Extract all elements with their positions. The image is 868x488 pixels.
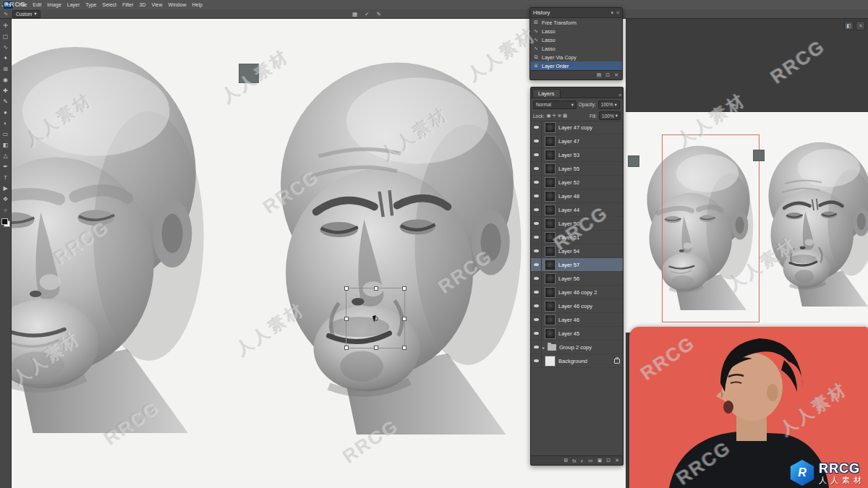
transform-handle[interactable] [344, 317, 349, 321]
grid-icon[interactable]: ▦ [352, 11, 357, 17]
history-state[interactable]: ∿ Lasso [530, 27, 622, 35]
history-state[interactable]: ∿ Lasso [530, 44, 622, 53]
menu-window[interactable]: Window [169, 2, 187, 7]
layer-row[interactable]: Layer 54 [531, 244, 623, 258]
layer-row[interactable]: Layer 48 [531, 189, 623, 203]
tool-pen[interactable]: ✒ [1, 162, 10, 171]
tool-clone-stamp[interactable]: ● [1, 108, 10, 117]
check-icon[interactable]: ✓ [365, 11, 369, 17]
tool-magic-wand[interactable]: ✦ [1, 53, 10, 63]
menu-edit[interactable]: Edit [33, 2, 41, 7]
visibility-toggle[interactable] [531, 176, 542, 189]
layer-mask-icon[interactable]: ▭ [588, 458, 593, 463]
color-swatches[interactable] [1, 218, 10, 227]
link-layers-icon[interactable]: ⊞ [563, 458, 568, 463]
visibility-toggle[interactable] [531, 244, 542, 257]
menu-file[interactable]: File [19, 2, 27, 7]
transform-handle[interactable] [402, 317, 407, 321]
visibility-toggle[interactable] [531, 258, 542, 271]
layer-row[interactable]: Layer 55 [531, 162, 623, 176]
panel-menu-icon[interactable]: ≡ [616, 10, 619, 15]
transform-handle[interactable] [402, 286, 407, 291]
layer-row[interactable]: Layer 56 [531, 272, 623, 286]
layer-thumbnail[interactable] [545, 205, 556, 215]
collapse-panel-icon[interactable]: ◧ [844, 21, 854, 30]
layer-row[interactable]: Layer 46 copy [531, 299, 623, 313]
history-state-selected[interactable]: ≣ Layer Order [530, 61, 622, 70]
layer-thumbnail[interactable] [545, 246, 556, 257]
layer-thumbnail[interactable] [545, 356, 556, 367]
new-snapshot-icon[interactable]: ⊡ [605, 72, 610, 78]
layer-thumbnail[interactable] [545, 301, 556, 312]
layer-thumbnail[interactable] [545, 150, 556, 160]
visibility-toggle[interactable] [531, 162, 542, 175]
menu-view[interactable]: View [152, 2, 163, 7]
history-state[interactable]: ∿ Lasso [530, 35, 622, 44]
tool-eraser[interactable]: ▭ [1, 129, 10, 139]
layer-thumbnail[interactable] [545, 218, 556, 229]
layer-thumbnail[interactable] [545, 260, 556, 270]
transform-handle[interactable] [344, 286, 349, 291]
layer-row[interactable]: Layer 46 [531, 313, 623, 327]
layer-row[interactable]: Layer 47 copy [531, 121, 623, 134]
new-group-icon[interactable]: ▣ [597, 458, 603, 463]
layer-thumbnail[interactable] [545, 163, 556, 174]
visibility-toggle[interactable] [531, 313, 542, 326]
tool-type[interactable]: T [1, 173, 10, 182]
tool-history-brush[interactable]: ◐ [1, 119, 10, 128]
layer-thumbnail[interactable] [545, 191, 556, 202]
transform-handle[interactable] [374, 346, 378, 350]
menu-layer[interactable]: Layer [67, 2, 80, 7]
menu-image[interactable]: Image [47, 2, 61, 7]
visibility-toggle[interactable] [531, 327, 542, 340]
tool-eyedropper[interactable]: ◉ [1, 75, 10, 85]
layer-row[interactable]: Layer 47 [531, 134, 623, 148]
tool-marquee[interactable]: ▢ [1, 32, 10, 41]
visibility-toggle[interactable] [531, 341, 542, 354]
visibility-toggle[interactable] [531, 272, 542, 285]
visibility-toggle[interactable] [531, 189, 542, 202]
new-layer-icon[interactable]: ⊡ [606, 458, 610, 463]
lock-icons[interactable]: ▣ ✛ ⊕ ▦ [547, 113, 568, 119]
layer-thumbnail[interactable] [545, 136, 556, 147]
layer-thumbnail[interactable] [545, 122, 556, 133]
expand-arrow-icon[interactable]: ▸ [542, 345, 545, 350]
layer-style-icon[interactable]: fx [572, 458, 576, 463]
layer-thumbnail[interactable] [545, 273, 556, 284]
tool-move[interactable]: ✛ [1, 21, 10, 30]
tool-zoom[interactable]: ○ [1, 205, 10, 215]
visibility-toggle[interactable] [531, 121, 542, 134]
fill-field[interactable]: 100% ▾ [599, 111, 621, 120]
layer-row[interactable]: Layer 53 [531, 148, 623, 162]
layer-thumbnail[interactable] [545, 328, 556, 339]
menu-type[interactable]: Type [85, 2, 96, 7]
tab-layers[interactable]: Layers [532, 89, 561, 98]
transform-handle[interactable] [344, 346, 349, 350]
layer-row[interactable]: Layer 44 [531, 203, 623, 217]
visibility-toggle[interactable] [531, 217, 542, 230]
transform-handle[interactable] [374, 286, 378, 291]
visibility-toggle[interactable] [531, 203, 542, 216]
tool-healing[interactable]: ✚ [1, 86, 10, 95]
tool-preset-dropdown[interactable]: Custom ▾ [12, 10, 41, 18]
layer-row[interactable]: Layer 52 [531, 176, 623, 189]
tool-crop[interactable]: ⊞ [1, 64, 10, 74]
tool-lasso[interactable]: ∿ [1, 43, 10, 52]
layer-row[interactable]: Layer 45 [531, 327, 623, 341]
tool-gradient[interactable]: ◧ [1, 140, 10, 150]
layer-thumbnail[interactable] [545, 177, 556, 188]
delete-state-icon[interactable]: ✕ [614, 72, 618, 78]
tool-brush[interactable]: ✎ [1, 97, 10, 106]
tool-hand[interactable]: ✥ [1, 194, 10, 204]
layer-thumbnail[interactable] [545, 232, 556, 243]
transform-handle[interactable] [402, 346, 407, 350]
menu-select[interactable]: Select [103, 2, 116, 7]
visibility-toggle[interactable] [531, 354, 542, 367]
layer-thumbnail[interactable] [545, 287, 556, 298]
visibility-toggle[interactable] [531, 148, 542, 161]
opacity-field[interactable]: 100% ▾ [598, 100, 620, 109]
visibility-toggle[interactable] [531, 286, 542, 299]
tool-path-select[interactable]: ▶ [1, 184, 10, 193]
background-layer-row[interactable]: Background [531, 354, 623, 368]
visibility-toggle[interactable] [531, 231, 542, 244]
